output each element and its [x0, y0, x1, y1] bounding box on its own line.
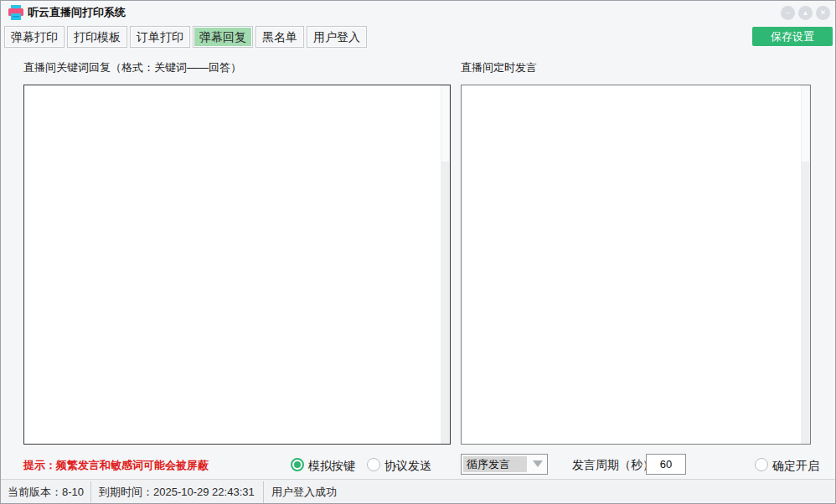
protocol-send-radio[interactable] — [367, 458, 380, 471]
right-scrollbar-thumb[interactable] — [802, 86, 809, 162]
tab-print-template[interactable]: 打印模板 — [67, 26, 127, 48]
simulate-key-radio[interactable] — [291, 458, 304, 471]
minimize-icon[interactable]: − — [781, 6, 795, 20]
chevron-down-icon — [533, 460, 543, 467]
period-input[interactable] — [646, 454, 686, 475]
confirm-start-radio-label[interactable]: 确定开启 — [772, 459, 819, 474]
tab-order-print[interactable]: 订单打印 — [130, 26, 190, 48]
send-order-select[interactable]: 循序发言 — [461, 454, 548, 475]
simulate-key-radio-label[interactable]: 模拟按键 — [308, 459, 355, 474]
keyword-reply-textarea[interactable] — [23, 85, 451, 445]
status-divider — [263, 481, 264, 503]
maximize-icon[interactable]: ▲ — [798, 6, 813, 20]
tab-user-login[interactable]: 用户登入 — [307, 26, 367, 48]
close-icon[interactable]: ✕ — [816, 6, 830, 20]
status-divider — [90, 481, 91, 503]
status-bar: 当前版本：8-10 到期时间：2025-10-29 22:43:31 用户登入成… — [1, 479, 835, 504]
login-status-text: 用户登入成功 — [271, 480, 337, 504]
left-scrollbar-thumb[interactable] — [441, 86, 449, 162]
right-scrollbar[interactable] — [801, 85, 810, 444]
printer-icon — [8, 4, 24, 21]
scheduled-message-label: 直播间定时发言 — [461, 60, 537, 75]
hint-text: 提示：频繁发言和敏感词可能会被屏蔽 — [23, 458, 209, 473]
keyword-reply-label: 直播间关键词回复（格式：关键词——回答） — [23, 60, 241, 75]
window-title: 听云直播间打印系统 — [28, 1, 126, 24]
title-bar: 听云直播间打印系统 − ▲ ✕ — [1, 1, 835, 24]
tab-blacklist[interactable]: 黑名单 — [255, 26, 304, 48]
period-label: 发言周期（秒） — [572, 458, 654, 473]
scheduled-message-textarea[interactable] — [461, 85, 811, 445]
version-text: 当前版本：8-10 — [8, 480, 84, 504]
tab-danmu-print[interactable]: 弹幕打印 — [4, 26, 65, 48]
confirm-start-radio[interactable] — [755, 458, 768, 471]
tab-danmu-reply[interactable]: 弹幕回复 — [193, 26, 253, 48]
expire-time-text: 到期时间：2025-10-29 22:43:31 — [99, 480, 255, 504]
left-scrollbar[interactable] — [441, 85, 450, 444]
app-window: 听云直播间打印系统 − ▲ ✕ 弹幕打印 打印模板 订单打印 弹幕回复 黑名单 … — [0, 0, 836, 504]
send-order-selected-value: 循序发言 — [463, 456, 527, 472]
protocol-send-radio-label[interactable]: 协议发送 — [384, 459, 431, 474]
save-settings-button[interactable]: 保存设置 — [752, 27, 833, 46]
tab-bar: 弹幕打印 打印模板 订单打印 弹幕回复 黑名单 用户登入 — [4, 26, 367, 48]
